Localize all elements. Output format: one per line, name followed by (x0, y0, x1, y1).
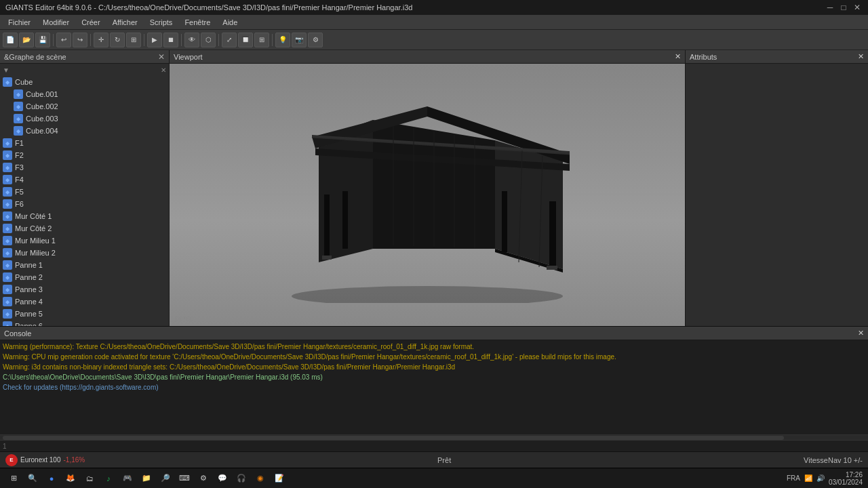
chrome-taskbar[interactable]: ● (43, 470, 60, 487)
toolbar-grid[interactable]: ⊞ (254, 33, 269, 47)
menu-aide[interactable]: Aide (217, 15, 243, 29)
tree-item-f2[interactable]: F2 (0, 149, 169, 161)
column-right-back (502, 191, 507, 252)
tree-label-murcode2: Mur Côté 2 (15, 224, 52, 232)
scene-tree[interactable]: Cube Cube.001 Cube.002 Cube.003 Cube.004… (0, 76, 169, 326)
tree-item-f1[interactable]: F1 (0, 137, 169, 149)
titlebar-controls: ─ □ ✕ (825, 2, 863, 13)
toolbar-rotate[interactable]: ↻ (110, 33, 125, 47)
menu-fenetre[interactable]: Fenêtre (179, 15, 216, 29)
tree-item-panne6[interactable]: Panne 6 (0, 320, 169, 326)
attributes-title: Attributs (690, 53, 717, 61)
tree-label-murcode1: Mur Côté 1 (15, 212, 52, 220)
tree-item-f3[interactable]: F3 (0, 161, 169, 174)
folder-taskbar[interactable]: 📁 (138, 470, 155, 487)
tree-item-f5[interactable]: F5 (0, 186, 169, 198)
base-right (547, 266, 557, 270)
building-3d (237, 86, 617, 304)
toolbar-undo[interactable]: ↩ (56, 33, 71, 47)
hangar-svg (237, 86, 617, 303)
toolbar-settings[interactable]: ⚙ (308, 33, 323, 47)
scene-panel-title: &Graphe de scène (4, 53, 66, 61)
explorer-taskbar[interactable]: 🗂 (81, 470, 98, 487)
menu-afficher[interactable]: Afficher (107, 15, 143, 29)
menu-modifier[interactable]: Modifier (37, 15, 75, 29)
toolbar-snap[interactable]: 🔲 (238, 33, 253, 47)
console-panel: Console ✕ Warning (performance): Texture… (0, 326, 868, 451)
toolbar-stop[interactable]: ⏹ (163, 33, 178, 47)
console-close[interactable]: ✕ (858, 329, 864, 338)
tree-item-cube002[interactable]: Cube.002 (0, 100, 169, 113)
toolbar-light[interactable]: 💡 (275, 33, 290, 47)
tree-item-f6[interactable]: F6 (0, 198, 169, 210)
toolbar-new[interactable]: 📄 (3, 33, 18, 47)
tree-item-cube003[interactable]: Cube.003 (0, 113, 169, 125)
tree-item-f4[interactable]: F4 (0, 174, 169, 186)
tree-label-f1: F1 (15, 139, 24, 147)
blender-taskbar[interactable]: ◉ (252, 470, 269, 487)
maximize-button[interactable]: □ (838, 2, 849, 13)
cube001-icon (14, 89, 23, 99)
tree-item-cube[interactable]: Cube (0, 76, 169, 88)
murmilieu2-icon (3, 248, 12, 258)
viewport-close[interactable]: ✕ (675, 52, 681, 61)
tree-label-panne3: Panne 3 (15, 285, 43, 293)
speed-nav-text: VitesseNav 10 +/- (804, 456, 863, 464)
toolbar-save[interactable]: 💾 (35, 33, 50, 47)
discord-taskbar[interactable]: 💬 (214, 470, 231, 487)
tree-item-panne4[interactable]: Panne 4 (0, 296, 169, 308)
tree-label-cube003: Cube.003 (26, 115, 58, 123)
tree-item-panne2[interactable]: Panne 2 (0, 271, 169, 283)
tree-item-cube004[interactable]: Cube.004 (0, 125, 169, 137)
tree-item-panne5[interactable]: Panne 5 (0, 308, 169, 320)
tree-label-f4: F4 (15, 176, 24, 184)
tree-item-murcode1[interactable]: Mur Côté 1 (0, 210, 169, 222)
toolbar-move[interactable]: ⤢ (222, 33, 237, 47)
menu-scripts[interactable]: Scripts (144, 15, 178, 29)
toolbar-redo[interactable]: ↪ (73, 33, 87, 47)
console-scrollbar[interactable] (3, 436, 784, 440)
toolbar-sep-5 (218, 34, 219, 46)
tree-item-murmilieu2[interactable]: Mur Milieu 2 (0, 247, 169, 259)
notes-taskbar[interactable]: 📝 (271, 470, 288, 487)
console-messages[interactable]: Warning (performance): Texture C:/Users/… (0, 340, 868, 434)
tree-item-murmilieu1[interactable]: Mur Milieu 1 (0, 235, 169, 247)
tree-item-cube001[interactable]: Cube.001 (0, 88, 169, 100)
keyboard-taskbar[interactable]: ⌨ (176, 470, 193, 487)
tree-label-f5: F5 (15, 188, 24, 196)
search-taskbar-button[interactable]: 🔍 (24, 470, 41, 487)
minimize-button[interactable]: ─ (825, 2, 835, 13)
windows-start-button[interactable]: ⊞ (5, 470, 22, 487)
tree-label-murmilieu1: Mur Milieu 1 (15, 237, 56, 245)
toolbar-perspective[interactable]: 👁 (184, 33, 199, 47)
menu-creer[interactable]: Créer (76, 15, 106, 29)
firefox-taskbar[interactable]: 🦊 (62, 470, 79, 487)
tree-label-panne2: Panne 2 (15, 273, 43, 281)
ground-shadow (292, 286, 563, 303)
headphones-taskbar[interactable]: 🎧 (233, 470, 250, 487)
taskbar-volume-icon: 🔊 (816, 474, 825, 482)
menu-fichier[interactable]: Fichier (3, 15, 36, 29)
toolbar-camera[interactable]: 📷 (292, 33, 307, 47)
toolbar-play[interactable]: ▶ (147, 33, 162, 47)
close-button[interactable]: ✕ (852, 2, 863, 13)
toolbar-wireframe[interactable]: ⬡ (201, 33, 216, 47)
murcode1-icon (3, 211, 12, 221)
tree-item-panne3[interactable]: Panne 3 (0, 283, 169, 296)
attributes-close[interactable]: ✕ (858, 52, 864, 61)
viewport-canvas[interactable]: persp (170, 64, 685, 326)
settings-taskbar[interactable]: ⚙ (195, 470, 212, 487)
f5-icon (3, 187, 12, 197)
console-input-field[interactable] (19, 442, 865, 450)
tree-item-murcode2[interactable]: Mur Côté 2 (0, 222, 169, 235)
scene-panel-close[interactable]: ✕ (158, 52, 165, 62)
steam-taskbar[interactable]: 🎮 (119, 470, 136, 487)
toolbar-scale[interactable]: ⊞ (126, 33, 141, 47)
scene-collapse-btn[interactable]: ✕ (161, 66, 166, 74)
spotify-taskbar[interactable]: ♪ (100, 470, 117, 487)
toolbar-open[interactable]: 📂 (19, 33, 34, 47)
taskbar-clock: 17:26 03/01/2024 (829, 471, 863, 486)
toolbar-translate[interactable]: ✛ (94, 33, 108, 47)
tree-item-panne1[interactable]: Panne 1 (0, 259, 169, 271)
search2-taskbar[interactable]: 🔎 (157, 470, 174, 487)
